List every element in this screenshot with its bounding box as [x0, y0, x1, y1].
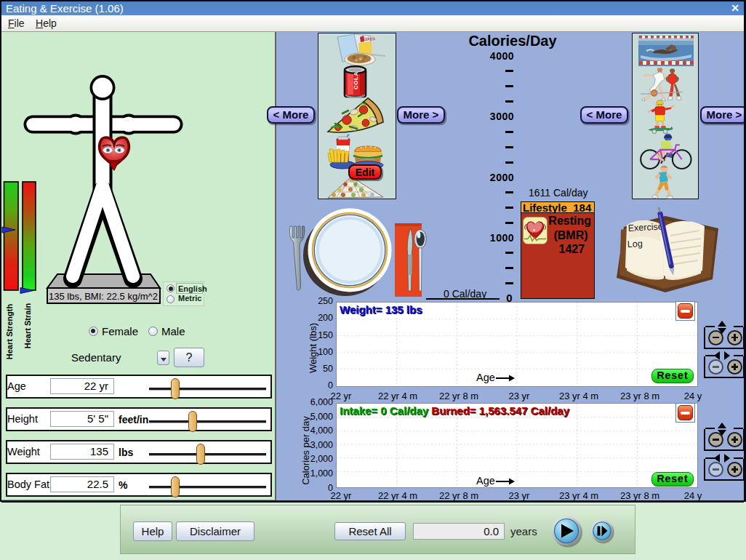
svg-text:Exercise: Exercise — [627, 222, 663, 233]
svg-text:COLA: COLA — [353, 71, 359, 89]
svg-text:135 lbs, BMI: 22.5 kg/m^2: 135 lbs, BMI: 22.5 kg/m^2 — [49, 291, 158, 302]
svg-text:lakes: lakes — [364, 36, 376, 41]
svg-text:Log: Log — [627, 239, 643, 249]
